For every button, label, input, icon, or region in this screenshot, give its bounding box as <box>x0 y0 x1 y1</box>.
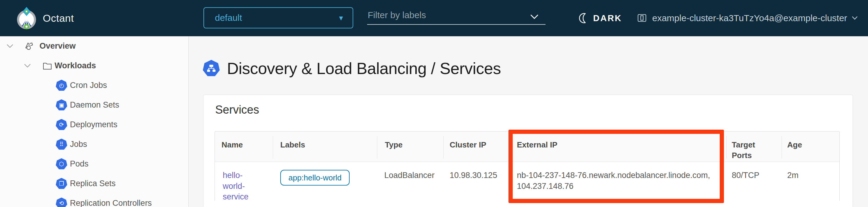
sidebar-item-replication-controllers[interactable]: ⟲ Replication Controllers <box>0 193 188 207</box>
chevron-down-icon[interactable] <box>530 15 538 19</box>
service-resource-icon <box>203 60 220 77</box>
app-header: Octant default ▾ DARK example-cluster-ka… <box>0 0 868 36</box>
sidebar-item-daemon-sets[interactable]: ▣ Daemon Sets <box>0 95 188 115</box>
column-header-age[interactable]: Age <box>787 139 802 150</box>
sidebar-item-workloads[interactable]: Workloads <box>0 56 188 76</box>
sidebar-item-pods[interactable]: ⬡ Pods <box>0 154 188 174</box>
replicationcontroller-icon: ⟲ <box>56 198 67 207</box>
column-divider <box>726 136 727 159</box>
sidebar-item-label: Daemon Sets <box>70 100 119 110</box>
cluster-icon <box>637 13 647 24</box>
label-filter-input[interactable] <box>367 9 546 25</box>
cell-external-ip: nb-104-237-148-76.newark.nodebalancer.li… <box>517 170 722 191</box>
column-divider <box>377 136 377 159</box>
sidebar-item-label: Overview <box>39 42 76 51</box>
folder-icon <box>43 62 52 70</box>
label-badge[interactable]: app:hello-world <box>280 170 350 185</box>
column-header-type[interactable]: Type <box>385 139 403 150</box>
page-title: Discovery & Load Balancing / Services <box>227 59 501 78</box>
cronjob-icon: ◴ <box>56 80 67 91</box>
card-title: Services <box>215 103 259 117</box>
column-divider <box>510 136 510 159</box>
chevron-down-icon[interactable] <box>24 64 31 68</box>
label-filter <box>367 0 546 36</box>
pod-icon: ⬡ <box>56 158 67 170</box>
sidebar-item-label: Workloads <box>55 61 96 71</box>
replicaset-icon: ❐ <box>56 178 67 189</box>
cell-age: 2m <box>787 170 799 181</box>
objects-icon <box>24 42 34 51</box>
column-header-cluster-ip[interactable]: Cluster IP <box>450 139 486 150</box>
namespace-dropdown-value: default <box>215 13 242 23</box>
chevron-down-icon <box>852 16 858 20</box>
column-header-labels[interactable]: Labels <box>280 139 305 150</box>
column-header-target-ports[interactable]: Target Ports <box>732 139 772 161</box>
column-header-name[interactable]: Name <box>221 139 243 150</box>
column-header-external-ip[interactable]: External IP <box>517 139 557 150</box>
sidebar-item-cron-jobs[interactable]: ◴ Cron Jobs <box>0 76 188 95</box>
services-card: Services Name Labels Type Cluster IP Ext… <box>203 95 853 207</box>
cluster-context-label: example-cluster-ka3TuTzYo4a@example-clus… <box>652 13 847 23</box>
sidebar-item-label: Cron Jobs <box>70 81 107 90</box>
column-divider <box>443 136 444 159</box>
sidebar-item-deployments[interactable]: ⟳ Deployments <box>0 115 188 134</box>
sidebar-item-label: Deployments <box>70 120 118 129</box>
deployment-icon: ⟳ <box>56 119 67 131</box>
navigation-sidebar: Overview Workloads ◴ Cron Jobs ▣ Daemon … <box>0 36 189 207</box>
table-header-row: Name Labels Type Cluster IP External IP … <box>215 131 839 162</box>
column-divider <box>781 136 782 159</box>
job-icon: ⠿ <box>56 139 67 150</box>
sidebar-item-label: Replica Sets <box>70 179 116 188</box>
cell-type: LoadBalancer <box>384 170 435 181</box>
cell-cluster-ip: 10.98.30.125 <box>450 170 497 181</box>
sidebar-item-label: Pods <box>70 159 89 169</box>
theme-toggle-button[interactable]: DARK <box>578 0 622 36</box>
octant-logo-icon <box>17 6 36 30</box>
chevron-down-icon[interactable] <box>7 44 13 48</box>
sidebar-item-label: Jobs <box>70 139 87 149</box>
caret-down-icon: ▾ <box>339 14 343 22</box>
theme-toggle-label: DARK <box>593 13 622 23</box>
cell-target-ports: 80/TCP <box>732 170 760 181</box>
cluster-context-selector[interactable]: example-cluster-ka3TuTzYo4a@example-clus… <box>637 0 858 36</box>
app-title: Octant <box>43 0 74 36</box>
namespace-dropdown[interactable]: default ▾ <box>204 7 353 28</box>
sidebar-item-label: Replication Controllers <box>70 199 152 207</box>
services-table: Name Labels Type Cluster IP External IP … <box>215 131 840 201</box>
moon-icon <box>578 13 588 24</box>
table-row: hello-world-service app:hello-world Load… <box>215 162 839 201</box>
main-content: Discovery & Load Balancing / Services Se… <box>189 36 868 207</box>
service-name-link[interactable]: hello-world-service <box>223 170 261 203</box>
sidebar-item-replica-sets[interactable]: ❐ Replica Sets <box>0 174 188 193</box>
column-divider <box>273 136 273 159</box>
sidebar-item-overview[interactable]: Overview <box>0 36 188 56</box>
daemonset-icon: ▣ <box>56 99 67 111</box>
sidebar-item-jobs[interactable]: ⠿ Jobs <box>0 134 188 154</box>
